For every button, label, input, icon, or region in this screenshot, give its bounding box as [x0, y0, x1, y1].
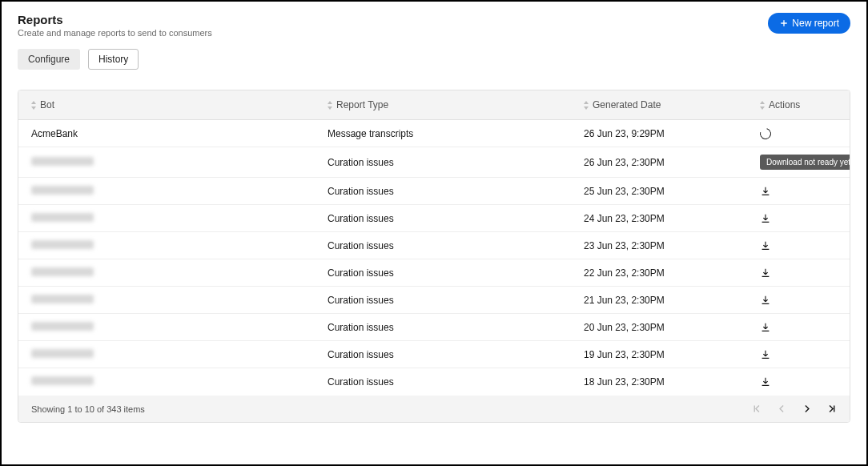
cell-report-type: Curation issues [328, 186, 584, 197]
download-icon[interactable] [760, 376, 771, 388]
table-row: Curation issues21 Jun 23, 2:30PM [18, 287, 850, 314]
cell-actions [760, 295, 837, 306]
column-header-actions[interactable]: Actions [760, 99, 837, 110]
download-not-ready-badge: Download not ready yet [760, 155, 850, 170]
cell-bot: AcmeBank [31, 128, 328, 139]
download-icon[interactable] [760, 267, 771, 279]
table-header-row: Bot Report Type Generated Date Actions [18, 90, 850, 120]
cell-bot [31, 322, 328, 333]
pager-first-button[interactable] [752, 404, 762, 414]
table-row: Curation issues24 Jun 23, 2:30PM [18, 205, 850, 232]
redacted-text [31, 213, 94, 222]
table-row: Curation issues18 Jun 23, 2:30PM [18, 368, 850, 396]
new-report-label: New report [792, 18, 839, 29]
cell-report-type: Curation issues [328, 240, 584, 251]
tab-history[interactable]: History [88, 49, 139, 70]
cell-generated-date: 19 Jun 23, 2:30PM [584, 349, 760, 360]
cell-bot [31, 186, 328, 197]
pager-prev-button[interactable] [777, 404, 787, 414]
cell-actions [760, 240, 837, 251]
chevron-left-icon [777, 404, 787, 414]
column-header-report-type[interactable]: Report Type [328, 99, 584, 110]
table-row: Curation issues20 Jun 23, 2:30PM [18, 314, 850, 341]
cell-generated-date: 18 Jun 23, 2:30PM [584, 376, 760, 388]
cell-bot [31, 267, 328, 279]
redacted-text [31, 376, 94, 385]
table-row: Curation issues26 Jun 23, 2:30PMDownload… [18, 147, 850, 178]
redacted-text [31, 240, 94, 249]
chevron-last-icon [826, 404, 837, 414]
cell-report-type: Curation issues [328, 213, 584, 224]
table-row: Curation issues19 Jun 23, 2:30PM [18, 341, 850, 368]
chevron-first-icon [752, 404, 762, 414]
download-icon[interactable] [760, 322, 771, 333]
chevron-right-icon [802, 404, 812, 414]
cell-bot [31, 213, 328, 224]
cell-actions [760, 186, 837, 197]
cell-report-type: Curation issues [328, 267, 584, 279]
cell-generated-date: 26 Jun 23, 2:30PM [584, 157, 760, 168]
table-row: Curation issues25 Jun 23, 2:30PM [18, 178, 850, 205]
cell-report-type: Message transcripts [328, 128, 584, 139]
page-title: Reports [18, 13, 212, 26]
pager-next-button[interactable] [802, 404, 812, 414]
cell-actions [760, 213, 837, 224]
download-icon[interactable] [760, 349, 771, 360]
pagination-controls [752, 404, 837, 414]
page-subtitle: Create and manage reports to send to con… [18, 28, 212, 38]
cell-report-type: Curation issues [328, 376, 584, 388]
table-row: AcmeBankMessage transcripts26 Jun 23, 9:… [18, 120, 850, 147]
reports-table: Bot Report Type Generated Date Actions A… [18, 90, 850, 423]
sort-icon [328, 101, 333, 110]
download-icon[interactable] [760, 240, 771, 251]
plus-icon [779, 18, 789, 28]
cell-report-type: Curation issues [328, 349, 584, 360]
redacted-text [31, 349, 94, 358]
cell-generated-date: 24 Jun 23, 2:30PM [584, 213, 760, 224]
redacted-text [31, 267, 94, 276]
table-row: Curation issues23 Jun 23, 2:30PM [18, 232, 850, 259]
cell-generated-date: 21 Jun 23, 2:30PM [584, 295, 760, 306]
pending-icon[interactable] [757, 126, 773, 141]
tabs: Configure History [18, 49, 850, 70]
cell-generated-date: 25 Jun 23, 2:30PM [584, 186, 760, 197]
cell-actions [760, 128, 837, 139]
cell-bot [31, 349, 328, 360]
cell-actions [760, 376, 837, 388]
redacted-text [31, 186, 94, 195]
redacted-text [31, 157, 94, 166]
tab-configure[interactable]: Configure [18, 49, 80, 70]
cell-generated-date: 26 Jun 23, 9:29PM [584, 128, 760, 139]
cell-generated-date: 22 Jun 23, 2:30PM [584, 267, 760, 279]
cell-bot [31, 295, 328, 306]
column-header-bot[interactable]: Bot [31, 99, 328, 110]
new-report-button[interactable]: New report [768, 13, 850, 34]
download-icon[interactable] [760, 213, 771, 224]
redacted-text [31, 295, 94, 303]
cell-report-type: Curation issues [328, 295, 584, 306]
pager-last-button[interactable] [826, 404, 837, 414]
cell-report-type: Curation issues [328, 157, 584, 168]
sort-icon [760, 101, 766, 110]
redacted-text [31, 322, 94, 331]
cell-actions [760, 349, 837, 360]
download-icon[interactable] [760, 186, 771, 197]
cell-generated-date: 23 Jun 23, 2:30PM [584, 240, 760, 251]
cell-bot [31, 157, 328, 168]
cell-report-type: Curation issues [328, 322, 584, 333]
sort-icon [584, 101, 589, 110]
cell-generated-date: 20 Jun 23, 2:30PM [584, 322, 760, 333]
pagination-summary: Showing 1 to 10 of 343 items [31, 404, 145, 414]
download-icon[interactable] [760, 295, 771, 306]
table-row: Curation issues22 Jun 23, 2:30PM [18, 259, 850, 287]
cell-actions [760, 267, 837, 279]
cell-actions: Download not ready yet [760, 155, 850, 170]
column-header-generated-date[interactable]: Generated Date [584, 99, 760, 110]
cell-bot [31, 240, 328, 251]
cell-actions [760, 322, 837, 333]
sort-icon [31, 101, 37, 110]
cell-bot [31, 376, 328, 388]
